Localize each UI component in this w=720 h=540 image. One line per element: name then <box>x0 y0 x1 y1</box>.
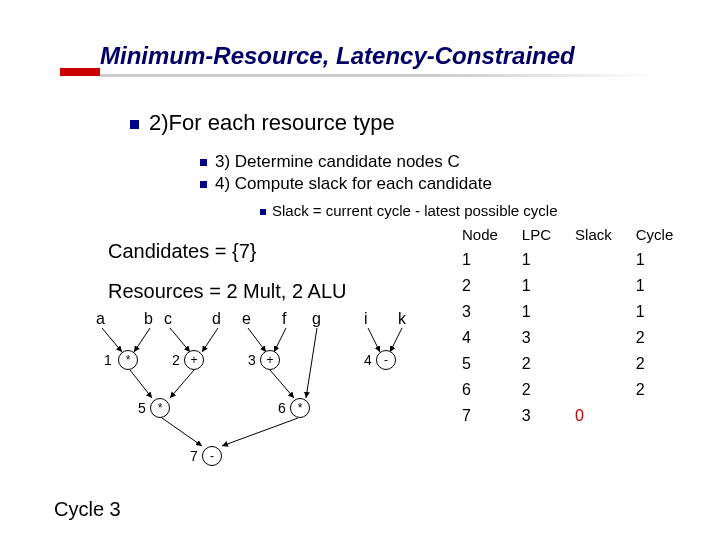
node-5: * <box>150 398 170 418</box>
cell-slack <box>563 351 624 377</box>
node-2-id: 2 <box>172 352 180 368</box>
th-node: Node <box>450 222 510 247</box>
dfg-graph: a b c d e f g i k * 1 + 2 + 3 - 4 * 5 * … <box>90 310 470 490</box>
cell-cycle: 2 <box>624 351 686 377</box>
resources-line: Resources = 2 Mult, 2 ALU <box>108 280 346 303</box>
table-header-row: Node LPC Slack Cycle <box>450 222 685 247</box>
svg-line-12 <box>162 418 202 446</box>
title-accent <box>60 68 100 76</box>
cell-cycle: 2 <box>624 325 686 351</box>
cycle-label: Cycle 3 <box>54 498 121 521</box>
svg-line-1 <box>134 328 150 352</box>
cell-lpc: 1 <box>510 247 563 273</box>
table-row: 730 <box>450 403 685 429</box>
table-row: 432 <box>450 325 685 351</box>
svg-line-7 <box>390 328 402 352</box>
bullet-l2a-text: 3) Determine candidate nodes C <box>215 152 460 171</box>
var-e: e <box>242 310 251 328</box>
cell-cycle: 1 <box>624 299 686 325</box>
svg-line-0 <box>102 328 122 352</box>
node-2: + <box>184 350 204 370</box>
candidates-line: Candidates = {7} <box>108 240 256 263</box>
node-1-id: 1 <box>104 352 112 368</box>
th-slack: Slack <box>563 222 624 247</box>
title-underline <box>100 74 660 77</box>
bullet-level2a: 3) Determine candidate nodes C <box>200 152 460 172</box>
bullet-level3: Slack = current cycle - latest possible … <box>260 202 558 219</box>
var-c: c <box>164 310 172 328</box>
table-row: 522 <box>450 351 685 377</box>
schedule-table: Node LPC Slack Cycle 1112113114325226227… <box>450 222 685 429</box>
node-4: - <box>376 350 396 370</box>
var-a: a <box>96 310 105 328</box>
node-5-id: 5 <box>138 400 146 416</box>
svg-line-13 <box>222 418 298 446</box>
bullet-l1-text: 2)For each resource type <box>149 110 395 135</box>
var-d: d <box>212 310 221 328</box>
cell-lpc: 2 <box>510 377 563 403</box>
svg-line-9 <box>170 370 194 398</box>
title-bar: Minimum-Resource, Latency-Constrained <box>100 42 680 77</box>
bullet-icon <box>200 181 207 188</box>
table-row: 622 <box>450 377 685 403</box>
cell-lpc: 2 <box>510 351 563 377</box>
cell-slack: 0 <box>563 403 624 429</box>
bullet-level1: 2)For each resource type <box>130 110 395 136</box>
cell-lpc: 1 <box>510 273 563 299</box>
cell-node: 1 <box>450 247 510 273</box>
node-7: - <box>202 446 222 466</box>
table-row: 111 <box>450 247 685 273</box>
cell-lpc: 3 <box>510 325 563 351</box>
node-6: * <box>290 398 310 418</box>
bullet-level2b: 4) Compute slack for each candidate <box>200 174 492 194</box>
th-lpc: LPC <box>510 222 563 247</box>
cell-slack <box>563 273 624 299</box>
node-3: + <box>260 350 280 370</box>
table-row: 211 <box>450 273 685 299</box>
th-cycle: Cycle <box>624 222 686 247</box>
cell-cycle <box>624 403 686 429</box>
var-g: g <box>312 310 321 328</box>
bullet-l3-text: Slack = current cycle - latest possible … <box>272 202 558 219</box>
cell-lpc: 1 <box>510 299 563 325</box>
slide-title: Minimum-Resource, Latency-Constrained <box>100 42 680 70</box>
cell-cycle: 1 <box>624 273 686 299</box>
svg-line-8 <box>130 370 152 398</box>
svg-line-5 <box>274 328 286 352</box>
node-6-id: 6 <box>278 400 286 416</box>
bullet-l2b-text: 4) Compute slack for each candidate <box>215 174 492 193</box>
cell-cycle: 1 <box>624 247 686 273</box>
cell-lpc: 3 <box>510 403 563 429</box>
cell-slack <box>563 299 624 325</box>
bullet-icon <box>200 159 207 166</box>
var-i: i <box>364 310 368 328</box>
bullet-icon <box>130 120 139 129</box>
svg-line-6 <box>368 328 380 352</box>
bullet-icon <box>260 209 266 215</box>
svg-line-4 <box>248 328 266 352</box>
cell-slack <box>563 377 624 403</box>
svg-line-10 <box>270 370 294 398</box>
svg-line-11 <box>306 328 317 398</box>
svg-line-2 <box>170 328 190 352</box>
var-k: k <box>398 310 406 328</box>
cell-slack <box>563 325 624 351</box>
cell-slack <box>563 247 624 273</box>
var-f: f <box>282 310 286 328</box>
cell-cycle: 2 <box>624 377 686 403</box>
node-3-id: 3 <box>248 352 256 368</box>
node-1: * <box>118 350 138 370</box>
table-row: 311 <box>450 299 685 325</box>
node-4-id: 4 <box>364 352 372 368</box>
var-b: b <box>144 310 153 328</box>
node-7-id: 7 <box>190 448 198 464</box>
svg-line-3 <box>202 328 218 352</box>
cell-node: 2 <box>450 273 510 299</box>
